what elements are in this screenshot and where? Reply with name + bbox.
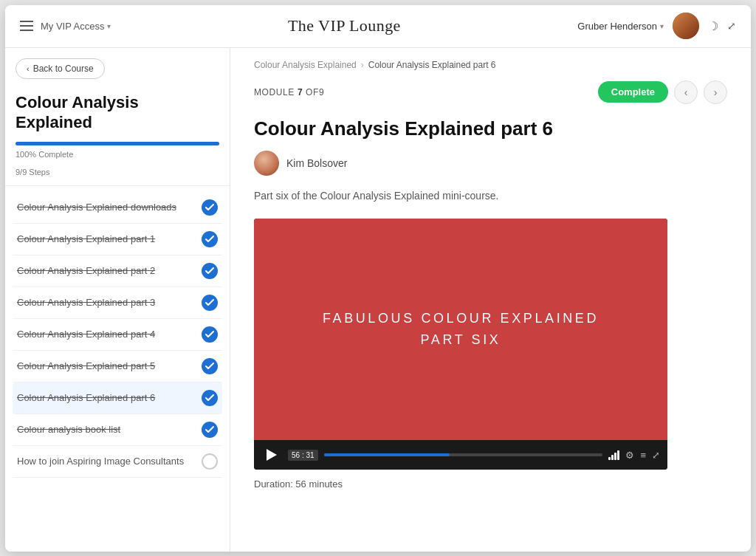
- lesson-label: Colour Analysis Explained downloads: [17, 202, 202, 213]
- complete-button[interactable]: Complete: [598, 81, 668, 103]
- header-left: My VIP Access ▾: [20, 21, 111, 32]
- lesson-label: How to join Aspiring Image Consultants: [17, 456, 202, 467]
- lesson-label: Colour Analysis Explained part 6: [17, 392, 202, 403]
- theme-toggle-icon[interactable]: ☽: [708, 19, 718, 33]
- back-arrow-icon: ‹: [27, 64, 30, 73]
- video-progress-track[interactable]: [324, 453, 603, 456]
- check-icon: [202, 231, 218, 247]
- avatar-image: [673, 13, 699, 39]
- module-bar: MODULE 7 OF9 Complete ‹ ›: [254, 80, 727, 104]
- lesson-list: Colour Analysis Explained downloadsColou…: [5, 192, 230, 478]
- fullscreen-icon[interactable]: ⤢: [727, 20, 736, 32]
- check-icon: [202, 263, 218, 279]
- module-label: MODULE 7 OF9: [254, 87, 324, 97]
- playlist-icon[interactable]: ≡: [640, 450, 646, 461]
- instructor-row: Kim Bolsover: [254, 151, 727, 176]
- volume-icon: [608, 450, 619, 460]
- play-button[interactable]: [261, 445, 282, 465]
- lesson-description: Part six of the Colour Analysis Explaine…: [254, 188, 727, 204]
- lesson-item[interactable]: Colour Analysis Explained part 1: [13, 224, 222, 255]
- video-overlay-text: FABULOUS COLOUR EXPLAINED PART SIX: [323, 308, 599, 351]
- lesson-item[interactable]: Colour Analysis Explained part 4: [13, 319, 222, 351]
- avatar[interactable]: [673, 13, 699, 39]
- header-right: Gruber Henderson ▾ ☽ ⤢: [577, 13, 736, 39]
- check-icon: [202, 295, 218, 311]
- video-player[interactable]: FABULOUS COLOUR EXPLAINED PART SIX 56 : …: [254, 219, 667, 470]
- site-brand: The VIP Lounge: [288, 16, 401, 35]
- body: ‹ Back to Course Colour Analysis Explain…: [5, 48, 751, 552]
- lesson-item[interactable]: Colour Analysis Explained part 2: [13, 255, 222, 287]
- lesson-item[interactable]: How to join Aspiring Image Consultants: [13, 446, 222, 478]
- user-menu[interactable]: Gruber Henderson ▾: [577, 21, 664, 32]
- sidebar-course-title: Colour Analysis Explained: [5, 86, 230, 137]
- video-progress-played: [324, 453, 450, 456]
- progress-steps-text: 9/9 Steps: [5, 168, 230, 185]
- lesson-item[interactable]: Colour Analysis Explained part 5: [13, 351, 222, 382]
- progress-percent-text: 100% Complete: [5, 147, 230, 168]
- menu-chevron-icon: ▾: [107, 22, 111, 30]
- progress-bar-fill: [16, 142, 219, 145]
- lesson-title: Colour Analysis Explained part 6: [254, 117, 727, 140]
- check-icon: [202, 358, 218, 374]
- my-vip-access-link[interactable]: My VIP Access ▾: [41, 21, 111, 32]
- check-icon: [202, 199, 218, 216]
- main-content: Colour Analysis Explained › Colour Analy…: [230, 48, 751, 552]
- video-thumbnail: FABULOUS COLOUR EXPLAINED PART SIX: [254, 219, 667, 440]
- settings-icon[interactable]: ⚙: [625, 450, 634, 461]
- sidebar-divider: [5, 185, 230, 186]
- lesson-item[interactable]: Colour Analysis Explained part 6: [13, 382, 222, 414]
- video-time-badge: 56 : 31: [288, 450, 318, 461]
- hamburger-icon[interactable]: [20, 21, 33, 31]
- lesson-item[interactable]: Colour Analysis Explained part 3: [13, 287, 222, 319]
- lesson-item[interactable]: Colour Analysis Explained downloads: [13, 192, 222, 224]
- empty-check-icon: [202, 453, 218, 470]
- prev-lesson-button[interactable]: ‹: [674, 80, 698, 104]
- user-chevron-icon: ▾: [660, 22, 664, 30]
- module-controls: Complete ‹ ›: [598, 80, 727, 104]
- lesson-label: Colour Analysis Explained part 5: [17, 360, 202, 371]
- breadcrumb-course-link[interactable]: Colour Analysis Explained: [254, 60, 357, 70]
- lesson-label: Colour analysis book list: [17, 424, 202, 435]
- lesson-item[interactable]: Colour analysis book list: [13, 414, 222, 446]
- video-controls-bar: 56 : 31 ⚙ ≡ ⤢: [254, 440, 667, 470]
- sidebar: ‹ Back to Course Colour Analysis Explain…: [5, 48, 230, 552]
- check-icon: [202, 326, 218, 343]
- breadcrumb-separator: ›: [361, 60, 364, 70]
- lesson-label: Colour Analysis Explained part 3: [17, 297, 202, 308]
- progress-bar-container: [5, 137, 230, 147]
- check-icon: [202, 422, 218, 438]
- breadcrumb: Colour Analysis Explained › Colour Analy…: [254, 60, 727, 70]
- video-fullscreen-icon[interactable]: ⤢: [652, 450, 660, 461]
- play-icon: [267, 449, 277, 461]
- breadcrumb-current: Colour Analysis Explained part 6: [368, 60, 496, 70]
- duration-text: Duration: 56 minutes: [254, 478, 727, 490]
- instructor-avatar: [254, 151, 279, 176]
- lesson-label: Colour Analysis Explained part 4: [17, 329, 202, 340]
- back-to-course-button[interactable]: ‹ Back to Course: [16, 58, 105, 79]
- progress-bar-track: [16, 142, 219, 145]
- header: My VIP Access ▾ The VIP Lounge Gruber He…: [5, 5, 751, 48]
- lesson-label: Colour Analysis Explained part 1: [17, 233, 202, 244]
- instructor-name: Kim Bolsover: [286, 157, 347, 169]
- lesson-label: Colour Analysis Explained part 2: [17, 265, 202, 276]
- check-icon: [202, 390, 218, 406]
- next-lesson-button[interactable]: ›: [704, 80, 727, 104]
